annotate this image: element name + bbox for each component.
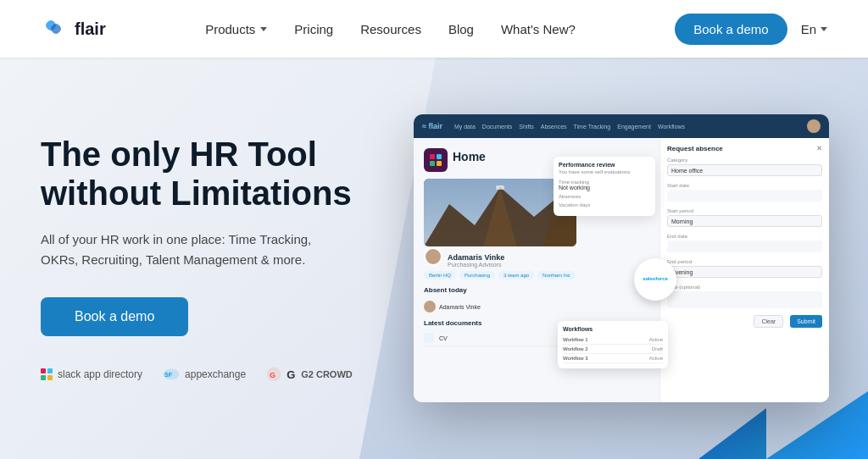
svg-rect-8 — [430, 154, 435, 159]
slack-icon — [41, 368, 53, 380]
hero-cta-button[interactable]: Book a demo — [41, 297, 188, 336]
workflow-row-1: Workflow 1 Active — [563, 335, 663, 345]
start-date-section: Start date — [667, 183, 822, 202]
app-nav-documents[interactable]: Documents — [482, 124, 512, 130]
lang-chevron-icon — [821, 27, 827, 31]
absences-label: Absences — [559, 194, 650, 199]
end-date-input[interactable] — [667, 241, 822, 252]
workflow-name-1: Workflow 1 — [563, 337, 588, 342]
logo[interactable]: flair — [41, 15, 106, 42]
svg-rect-1 — [47, 368, 53, 373]
nav-whats-new[interactable]: What's New? — [501, 22, 576, 36]
nav-blog[interactable]: Blog — [448, 22, 474, 36]
end-date-label: End date — [667, 234, 822, 239]
app-nav-engagement[interactable]: Engagement — [617, 124, 651, 130]
doc-icon — [424, 333, 434, 343]
start-date-input[interactable] — [667, 190, 822, 202]
absent-avatar — [424, 301, 436, 312]
svg-rect-3 — [47, 375, 53, 380]
nav-actions: Book a demo En — [675, 14, 827, 45]
time-tracking-section: Time tracking Not working — [559, 180, 650, 191]
note-input[interactable] — [667, 291, 822, 308]
salesforce-icon: SF — [163, 368, 180, 380]
workflow-name-2: Workflow 2 — [563, 346, 588, 351]
app-preview: ≈ flair My data Documents Shifts Absence… — [397, 114, 829, 402]
start-period-label: Start period — [667, 208, 822, 213]
g2-label: G — [287, 368, 295, 381]
start-date-label: Start date — [667, 183, 822, 188]
nav-resources[interactable]: Resources — [360, 22, 421, 36]
g2-icon: G — [266, 367, 281, 382]
doc-name: CV — [439, 335, 448, 341]
workflow-status-2: Draft — [652, 346, 663, 351]
absent-name: Adamaris Vinke — [439, 304, 481, 310]
category-label: Category — [667, 158, 822, 163]
vacation-section: Vacation days — [559, 202, 650, 207]
tag-time: 3 team ago — [498, 271, 534, 279]
chevron-down-icon — [260, 27, 267, 31]
app-mockup-container: ≈ flair My data Documents Shifts Absence… — [414, 114, 829, 402]
nav-links: Products Pricing Resources Blog What's N… — [205, 22, 576, 36]
nav-products[interactable]: Products — [205, 22, 267, 36]
profile-role: Purchasing Advisors — [448, 262, 504, 268]
profile-tags: Berlin HQ Purchasing 3 team ago Northam … — [424, 271, 649, 279]
workflow-row-3: Workflow 3 Active — [563, 354, 663, 363]
app-logo: ≈ flair — [422, 122, 442, 130]
panel-close-icon[interactable]: ✕ — [816, 145, 822, 152]
app-nav-workflows[interactable]: Workflows — [658, 124, 685, 130]
nav-pricing[interactable]: Pricing — [294, 22, 333, 36]
end-period-section: End period Evening — [667, 259, 822, 278]
profile-info: Adamaris Vinke Purchasing Advisors — [448, 253, 504, 268]
brand-name: flair — [75, 19, 106, 39]
salesforce-badge: salesforce — [634, 258, 676, 301]
absent-row: Adamaris Vinke — [424, 297, 649, 316]
g2-crowd-label: G2 CROWD — [301, 369, 353, 379]
clear-button[interactable]: Clear — [754, 315, 783, 328]
app-nav-timetracking[interactable]: Time Tracking — [574, 124, 611, 130]
submit-button[interactable]: Submit — [790, 315, 822, 328]
hero-section: The only HR Tool without Limitations All… — [0, 58, 868, 459]
workflow-row-2: Workflow 2 Draft — [563, 345, 663, 354]
time-tracking-value: Not working — [559, 185, 650, 191]
book-demo-button[interactable]: Book a demo — [675, 14, 787, 45]
workflow-card-title: Workflows — [563, 326, 663, 332]
partner-logos: slack app directory SF appexchange G GG2… — [41, 367, 397, 382]
end-period-select[interactable]: Evening — [667, 266, 822, 278]
app-topbar: ≈ flair My data Documents Shifts Absence… — [414, 114, 829, 138]
svg-text:SF: SF — [164, 372, 173, 378]
absent-section-title: Absent today — [424, 286, 649, 294]
slack-app-icon — [424, 148, 448, 172]
hero-content: The only HR Tool without Limitations All… — [41, 135, 397, 382]
language-selector[interactable]: En — [801, 22, 827, 36]
partner-slack: slack app directory — [41, 368, 142, 380]
app-nav-absences[interactable]: Absences — [541, 124, 567, 130]
category-section: Category Home office — [667, 158, 822, 176]
svg-rect-0 — [41, 368, 46, 373]
performance-subtitle: You have some self evaluations — [559, 169, 650, 174]
svg-rect-11 — [437, 161, 442, 166]
vacation-label: Vacation days — [559, 202, 650, 207]
app-nav-mydata[interactable]: My data — [454, 124, 476, 130]
tag-dept: Purchasing — [459, 271, 495, 279]
svg-rect-16 — [496, 185, 504, 190]
hero-title: The only HR Tool without Limitations — [41, 135, 397, 213]
start-period-section: Start period Morning — [667, 208, 822, 227]
category-select[interactable]: Home office — [667, 164, 822, 176]
partner-salesforce: SF appexchange — [163, 368, 246, 380]
start-period-select[interactable]: Morning — [667, 215, 822, 227]
svg-text:G: G — [270, 371, 275, 379]
tag-company: Northam Inc — [537, 271, 576, 279]
workflow-status-3: Active — [649, 356, 663, 361]
app-nav-shifts[interactable]: Shifts — [519, 124, 534, 130]
salesforce-label: salesforce — [643, 276, 668, 282]
hero-subtitle: All of your HR work in one place: Time T… — [41, 230, 329, 270]
svg-rect-10 — [430, 161, 435, 166]
partner-g2: G GG2 CROWD — [266, 367, 353, 382]
app-home-title: Home — [453, 150, 486, 163]
user-avatar[interactable] — [807, 119, 821, 133]
absences-section: Absences — [559, 194, 650, 199]
note-section: Note (optional) — [667, 285, 822, 308]
tag-office: Berlin HQ — [424, 271, 456, 279]
logo-icon — [41, 15, 68, 42]
profile-name: Adamaris Vinke — [448, 253, 504, 262]
